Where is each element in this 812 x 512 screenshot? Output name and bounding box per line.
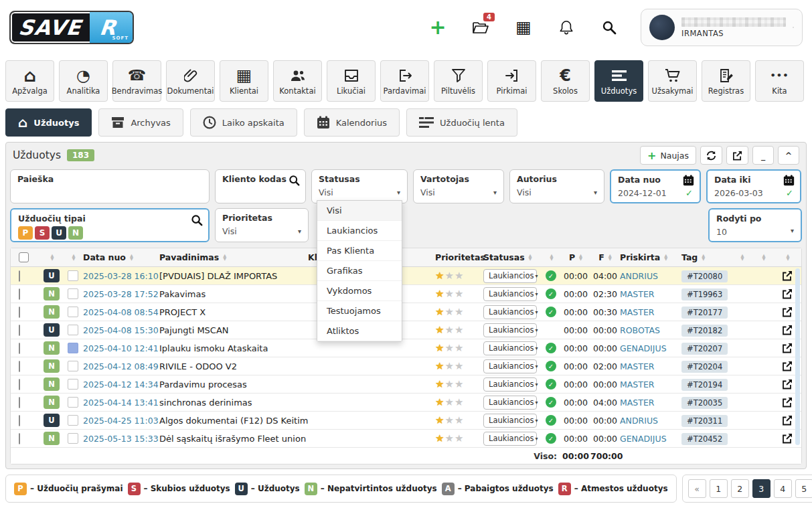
toolbar-item-kontaktai[interactable]: Kontaktai	[273, 60, 322, 102]
task-title[interactable]: Pakavimas	[159, 289, 308, 299]
row-checkbox[interactable]	[19, 343, 20, 354]
assigned-link[interactable]: ANDRIUS	[620, 271, 658, 281]
date-from-filter[interactable]: Data nuo 2024-12-01	[610, 169, 701, 203]
toolbar-item-pirkimai[interactable]: Pirkimai	[487, 60, 536, 102]
search-filter[interactable]: Paieška	[10, 169, 210, 203]
saver-logo[interactable]: SAVE R SOFT	[9, 11, 134, 44]
color-box[interactable]	[68, 270, 78, 281]
page-4[interactable]: 4	[774, 479, 792, 498]
assigned-link[interactable]: MASTER	[620, 289, 655, 299]
toolbar-item-klientai[interactable]: ▦ Klientai	[220, 60, 268, 102]
status-select[interactable]: Laukiancios▾	[483, 341, 537, 355]
tag-badge[interactable]: #T20035	[681, 397, 728, 409]
task-date-link[interactable]: 2025-04-08 08:54	[83, 307, 159, 317]
status-filter[interactable]: Statusas Visi ▾	[311, 169, 408, 203]
priority-stars[interactable]: ★★★	[435, 378, 483, 390]
status-option-testuojamos[interactable]: Testuojamos	[317, 301, 402, 321]
tag-badge[interactable]: #T20177	[681, 307, 728, 319]
sort-icon[interactable]	[51, 254, 54, 261]
table-row[interactable]: N 2025-04-10 12:41 Iplauku ismoku Ataska…	[11, 339, 801, 357]
task-date-link[interactable]: 2025-04-12 08:49	[83, 361, 159, 371]
client-code-filter[interactable]: Kliento kodas	[215, 169, 306, 203]
table-row[interactable]: N 2025-04-12 08:49 RIVILE - ODOO V2 ★★★ …	[11, 357, 801, 375]
task-date-link[interactable]: 2025-04-12 14:34	[83, 379, 159, 390]
vertical-scrollbar[interactable]	[795, 268, 800, 445]
table-row[interactable]: U 2025-04-25 11:03 Algos dokumentai (F12…	[11, 412, 801, 430]
type-badge-u[interactable]: U	[52, 226, 66, 240]
status-select[interactable]: Laukiancios▾	[483, 323, 537, 337]
user-menu[interactable]: IRMANTAS	[641, 9, 803, 46]
toolbar-item-uzduotys[interactable]: Užduotys	[594, 60, 643, 102]
sort-icon[interactable]	[741, 254, 744, 261]
task-title[interactable]: Iplauku ismoku Ataskaita	[159, 343, 308, 353]
add-icon[interactable]: +	[429, 19, 446, 36]
page-prev[interactable]: «	[688, 479, 706, 498]
status-select[interactable]: Laukiancios▾	[483, 377, 537, 392]
task-date-link[interactable]: 2025-03-28 16:10	[83, 271, 159, 281]
sort-icon[interactable]	[72, 254, 76, 261]
collapse-button[interactable]: ^	[778, 146, 799, 165]
user-filter[interactable]: Vartotojas Visi ▾	[413, 169, 504, 203]
new-task-button[interactable]: + Naujas	[640, 146, 696, 165]
status-option-visi[interactable]: Visi	[317, 201, 402, 221]
priority-stars[interactable]: ★★★	[435, 306, 483, 318]
task-title[interactable]: sinchronas derinimas	[159, 398, 308, 408]
row-checkbox[interactable]	[19, 433, 20, 444]
assigned-link[interactable]: MASTER	[620, 379, 655, 390]
col-date[interactable]: Data nuo	[83, 252, 159, 262]
toolbar-item-analitika[interactable]: ◔ Analitika	[59, 60, 108, 102]
color-box[interactable]	[68, 433, 78, 444]
task-types-filter[interactable]: Užduočių tipai P S U N	[10, 208, 210, 242]
toolbar-item-likuciai[interactable]: Likučiai	[327, 60, 376, 102]
date-to-filter[interactable]: Data iki 2026-03-03	[706, 169, 801, 203]
tag-badge[interactable]: #T20080	[681, 270, 728, 282]
assigned-link[interactable]: ROBOTAS	[620, 325, 660, 335]
tag-badge[interactable]: #T20452	[681, 433, 728, 445]
subnav-item-kalendorius[interactable]: Kalendorius	[304, 108, 400, 137]
page-1[interactable]: 1	[710, 479, 728, 498]
author-filter[interactable]: Autorius Visi ▾	[509, 169, 604, 203]
table-row[interactable]: U 2025-04-08 15:30 Pajungti MSCAN ★★★ La…	[11, 321, 801, 339]
color-box[interactable]	[68, 361, 78, 371]
task-date-link[interactable]: 2025-03-28 17:52	[83, 289, 159, 299]
tag-badge[interactable]: #T20194	[681, 379, 728, 391]
priority-stars[interactable]: ★★★	[435, 432, 483, 444]
task-date-link[interactable]: 2025-05-13 15:33	[83, 434, 159, 444]
priority-stars[interactable]: ★★★	[435, 396, 483, 408]
toolbar-item-pardavimai[interactable]: Pardavimai	[380, 60, 429, 102]
select-all-checkbox[interactable]	[19, 252, 29, 262]
priority-filter[interactable]: Prioritetas Visi ▾	[215, 208, 309, 242]
color-box[interactable]	[68, 307, 78, 317]
tag-badge[interactable]: #T20311	[681, 415, 728, 427]
color-box[interactable]	[68, 379, 78, 390]
subnav-item-archyvas[interactable]: Archyvas	[98, 108, 183, 137]
table-row[interactable]: N 2025-05-13 15:33 Dėl sąskaitų išrašymo…	[11, 430, 801, 448]
color-box[interactable]	[68, 343, 78, 353]
task-date-link[interactable]: 2025-04-25 11:03	[83, 416, 159, 426]
assigned-link[interactable]: ANDRIUS	[620, 416, 658, 426]
assigned-link[interactable]: GENADIJUS	[620, 434, 667, 444]
page-5[interactable]: 5	[795, 479, 812, 498]
subnav-item-uzduotys[interactable]: ⌂ Užduotys	[5, 108, 92, 137]
status-option-vykdomos[interactable]: Vykdomos	[317, 281, 402, 301]
page-3[interactable]: 3	[752, 479, 770, 498]
status-select[interactable]: Laukiancios▾	[483, 396, 537, 410]
task-title[interactable]: Algos dokumentai (F12) DS Keitimas	[159, 416, 308, 426]
row-checkbox[interactable]	[19, 415, 20, 426]
status-select[interactable]: Laukiancios▾	[483, 432, 537, 446]
assigned-link[interactable]: MASTER	[620, 398, 655, 408]
task-title[interactable]: Pajungti MSCAN	[159, 325, 308, 335]
per-page-filter[interactable]: Rodyti po 10 ▾	[708, 208, 802, 242]
priority-stars[interactable]: ★★★	[435, 414, 483, 426]
col-tag[interactable]: Tag	[681, 252, 731, 262]
toolbar-item-bendravimas[interactable]: ☎ Bendravimas	[112, 60, 161, 102]
table-row[interactable]: N 2025-04-12 14:34 Pardavimu procesas ★★…	[11, 375, 801, 394]
row-checkbox[interactable]	[19, 270, 20, 282]
tag-badge[interactable]: #T20182	[681, 325, 728, 337]
col-title[interactable]: Pavadinimas	[159, 252, 308, 262]
row-checkbox[interactable]	[19, 288, 20, 300]
task-date-link[interactable]: 2025-04-14 13:41	[83, 398, 159, 408]
row-checkbox[interactable]	[19, 397, 20, 408]
color-box[interactable]	[68, 288, 78, 299]
status-select[interactable]: Laukiancios▾	[483, 287, 537, 301]
